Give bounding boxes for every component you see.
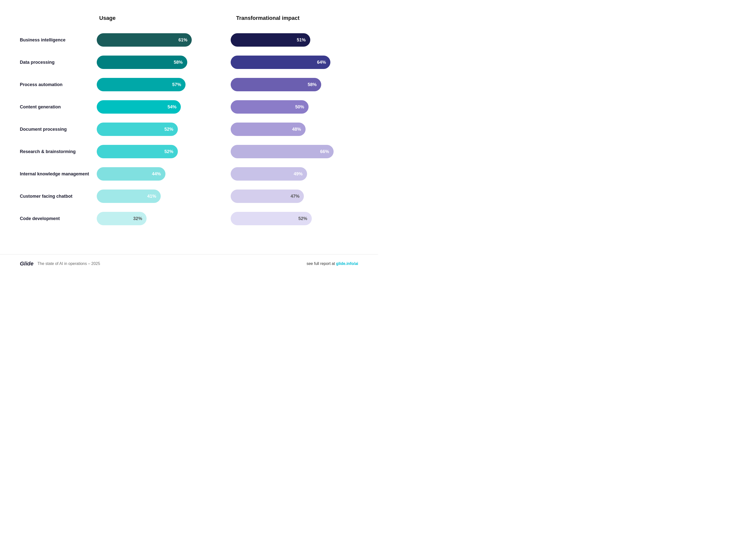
usage-bar: 41% xyxy=(97,190,161,203)
usage-header: Usage xyxy=(99,15,221,21)
usage-bar-wrapper: 54% xyxy=(97,100,216,114)
bars-container: 57%58% xyxy=(97,78,358,91)
footer-link[interactable]: glide.info/ai xyxy=(336,261,358,266)
usage-bar: 58% xyxy=(97,56,187,69)
footer-right-text: see full report at xyxy=(307,261,336,266)
usage-bar-wrapper: 58% xyxy=(97,56,216,69)
usage-bar-label: 61% xyxy=(178,37,187,43)
usage-bar-label: 52% xyxy=(164,149,173,154)
impact-header: Transformational impact xyxy=(236,15,358,21)
usage-bar: 57% xyxy=(97,78,186,91)
usage-bar-wrapper: 41% xyxy=(97,190,216,203)
chart-row: Internal knowledge management44%49% xyxy=(20,163,358,185)
row-label: Research & brainstorming xyxy=(20,149,97,154)
impact-bar: 52% xyxy=(231,212,312,225)
impact-bar: 50% xyxy=(231,100,309,114)
impact-bar-label: 51% xyxy=(297,37,306,43)
usage-bar-wrapper: 52% xyxy=(97,145,216,158)
bars-container: 52%48% xyxy=(97,123,358,136)
usage-bar-label: 41% xyxy=(147,194,156,199)
usage-bar-wrapper: 52% xyxy=(97,123,216,136)
usage-bar-wrapper: 44% xyxy=(97,167,216,181)
impact-bar-wrapper: 49% xyxy=(231,167,350,181)
impact-bar: 48% xyxy=(231,123,306,136)
usage-bar-label: 54% xyxy=(167,104,176,110)
usage-bar: 32% xyxy=(97,212,147,225)
impact-bar-wrapper: 66% xyxy=(231,145,350,158)
row-label: Internal knowledge management xyxy=(20,171,97,177)
usage-bar-label: 57% xyxy=(172,82,181,87)
footer-subtitle: The state of AI in operations – 2025 xyxy=(37,261,100,266)
chart-row: Data processing58%64% xyxy=(20,51,358,73)
footer: Glide The state of AI in operations – 20… xyxy=(0,254,378,273)
bars-container: 52%66% xyxy=(97,145,358,158)
row-label: Customer facing chatbot xyxy=(20,194,97,199)
impact-bar-wrapper: 58% xyxy=(231,78,350,91)
bars-container: 61%51% xyxy=(97,33,358,47)
usage-bar-label: 52% xyxy=(164,127,173,132)
chart-row: Content generation54%50% xyxy=(20,96,358,118)
impact-bar-wrapper: 47% xyxy=(231,190,350,203)
impact-bar-label: 48% xyxy=(292,127,301,132)
impact-bar: 66% xyxy=(231,145,334,158)
usage-bar-label: 32% xyxy=(133,216,142,221)
chart-rows: Business intelligence61%51%Data processi… xyxy=(20,29,358,230)
impact-bar: 58% xyxy=(231,78,321,91)
usage-bar-wrapper: 32% xyxy=(97,212,216,225)
usage-bar-label: 58% xyxy=(174,60,183,65)
glide-logo: Glide xyxy=(20,260,33,267)
impact-bar-label: 58% xyxy=(308,82,317,87)
impact-bar-label: 49% xyxy=(294,171,303,177)
impact-bar-label: 66% xyxy=(320,149,329,154)
usage-bar: 54% xyxy=(97,100,181,114)
row-label: Code development xyxy=(20,216,97,221)
impact-bar: 49% xyxy=(231,167,307,181)
bars-container: 32%52% xyxy=(97,212,358,225)
impact-bar-label: 52% xyxy=(298,216,307,221)
row-label: Process automation xyxy=(20,82,97,87)
usage-bar: 61% xyxy=(97,33,192,47)
usage-bar: 52% xyxy=(97,123,178,136)
usage-bar: 52% xyxy=(97,145,178,158)
row-label: Content generation xyxy=(20,104,97,110)
chart-row: Document processing52%48% xyxy=(20,118,358,140)
chart-row: Code development32%52% xyxy=(20,207,358,230)
impact-bar-label: 64% xyxy=(317,60,326,65)
row-label: Document processing xyxy=(20,127,97,132)
impact-bar-wrapper: 64% xyxy=(231,56,350,69)
impact-bar-wrapper: 48% xyxy=(231,123,350,136)
chart-row: Business intelligence61%51% xyxy=(20,29,358,51)
row-label: Business intelligence xyxy=(20,37,97,43)
impact-bar: 64% xyxy=(231,56,330,69)
footer-left: Glide The state of AI in operations – 20… xyxy=(20,260,100,267)
impact-bar-label: 50% xyxy=(295,104,304,110)
main-content: Usage Transformational impact Business i… xyxy=(0,0,378,254)
impact-bar: 51% xyxy=(231,33,310,47)
usage-bar-wrapper: 61% xyxy=(97,33,216,47)
impact-bar-wrapper: 51% xyxy=(231,33,350,47)
impact-bar-label: 47% xyxy=(290,194,299,199)
bars-container: 44%49% xyxy=(97,167,358,181)
bars-container: 54%50% xyxy=(97,100,358,114)
impact-bar-wrapper: 50% xyxy=(231,100,350,114)
impact-bar: 47% xyxy=(231,190,304,203)
chart-row: Research & brainstorming52%66% xyxy=(20,140,358,163)
chart-row: Customer facing chatbot41%47% xyxy=(20,185,358,207)
bars-container: 41%47% xyxy=(97,190,358,203)
row-label: Data processing xyxy=(20,60,97,65)
usage-bar-label: 44% xyxy=(152,171,161,177)
usage-bar-wrapper: 57% xyxy=(97,78,216,91)
usage-bar: 44% xyxy=(97,167,165,181)
footer-right: see full report at glide.info/ai xyxy=(307,261,358,266)
chart-header: Usage Transformational impact xyxy=(99,15,358,21)
bars-container: 58%64% xyxy=(97,56,358,69)
impact-bar-wrapper: 52% xyxy=(231,212,350,225)
chart-row: Process automation57%58% xyxy=(20,73,358,96)
